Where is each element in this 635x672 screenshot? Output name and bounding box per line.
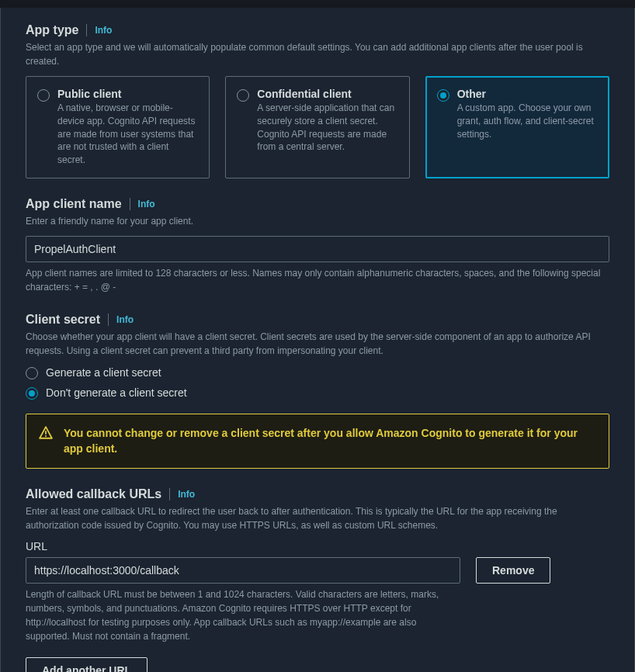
app-type-info-link[interactable]: Info <box>95 25 112 36</box>
app-type-option-confidential-client[interactable]: Confidential client A server-side applic… <box>225 76 409 178</box>
warning-text: You cannot change or remove a client sec… <box>64 425 596 457</box>
tile-title: Other <box>457 88 596 100</box>
app-client-name-title: App client name <box>26 197 122 211</box>
client-secret-warning: You cannot change or remove a client sec… <box>26 414 609 469</box>
label-row: App client name Info <box>26 197 609 211</box>
callback-url-helper: Length of callback URL must be between 1… <box>26 587 460 643</box>
client-secret-desc: Choose whether your app client will have… <box>26 330 609 358</box>
remove-url-button[interactable]: Remove <box>476 557 550 584</box>
radio-icon <box>37 89 50 102</box>
tile-desc: A native, browser or mobile-device app. … <box>57 102 196 167</box>
callback-url-row: Remove <box>26 557 609 584</box>
svg-rect-2 <box>45 435 47 437</box>
tile-title: Public client <box>57 88 196 100</box>
separator <box>169 488 170 501</box>
tile-desc: A custom app. Choose your own grant, aut… <box>457 102 596 140</box>
tile-desc: A server-side application that can secur… <box>257 102 396 154</box>
app-client-name-helper: App client names are limited to 128 char… <box>26 266 609 294</box>
app-type-option-public-client[interactable]: Public client A native, browser or mobil… <box>26 76 210 178</box>
label-row: App type Info <box>26 23 609 37</box>
radio-label: Don't generate a client secret <box>46 386 187 399</box>
radio-icon <box>26 367 38 379</box>
svg-rect-1 <box>45 431 47 435</box>
callback-urls-section: Allowed callback URLs Info Enter at leas… <box>26 487 609 672</box>
app-type-title: App type <box>26 23 78 37</box>
app-type-option-other[interactable]: Other A custom app. Choose your own gran… <box>425 76 609 178</box>
app-client-name-input[interactable] <box>26 236 609 262</box>
client-secret-section: Client secret Info Choose whether your a… <box>26 313 609 469</box>
client-secret-option-dont-generate[interactable]: Don't generate a client secret <box>26 386 609 400</box>
tile-title: Confidential client <box>257 88 396 100</box>
label-row: Client secret Info <box>26 313 609 327</box>
separator <box>108 313 109 326</box>
callback-url-input[interactable] <box>26 557 460 584</box>
radio-icon <box>437 89 449 102</box>
callback-urls-info-link[interactable]: Info <box>178 489 195 500</box>
app-type-tiles: Public client A native, browser or mobil… <box>26 76 609 178</box>
app-client-name-section: App client name Info Enter a friendly na… <box>26 197 609 294</box>
add-url-row: Add another URL <box>26 657 609 672</box>
app-client-settings-panel: App type Info Select an app type and we … <box>0 8 635 672</box>
label-row: Allowed callback URLs Info <box>26 487 609 501</box>
app-client-name-info-link[interactable]: Info <box>138 199 155 210</box>
radio-label: Generate a client secret <box>46 366 161 379</box>
radio-icon <box>26 387 38 400</box>
url-label: URL <box>26 540 609 552</box>
callback-urls-desc: Enter at least one callback URL to redir… <box>26 504 609 532</box>
add-another-url-button[interactable]: Add another URL <box>26 657 147 672</box>
callback-urls-title: Allowed callback URLs <box>26 487 161 501</box>
client-secret-option-generate[interactable]: Generate a client secret <box>26 365 609 379</box>
separator <box>86 24 87 36</box>
client-secret-info-link[interactable]: Info <box>116 314 134 325</box>
app-type-section: App type Info Select an app type and we … <box>26 23 609 178</box>
app-client-name-desc: Enter a friendly name for your app clien… <box>26 214 609 228</box>
app-type-desc: Select an app type and we will automatic… <box>26 40 609 68</box>
client-secret-title: Client secret <box>26 313 100 327</box>
radio-icon <box>237 89 249 102</box>
warning-icon <box>39 426 53 440</box>
separator <box>130 198 130 210</box>
